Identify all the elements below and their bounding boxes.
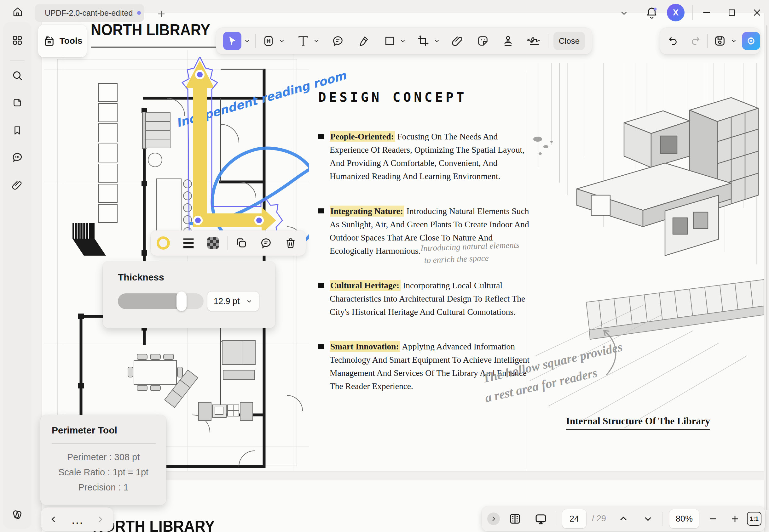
grid-icon [11,34,23,46]
thickness-slider[interactable] [118,293,204,309]
heading-tool-dropdown[interactable] [277,36,286,46]
plus-icon [730,514,740,524]
save-dropdown[interactable] [729,36,738,46]
opacity-button[interactable] [206,236,220,250]
close-window-button[interactable] [749,6,765,20]
perimeter-measure-annotation[interactable] [176,57,290,246]
page-title-underline [91,47,225,48]
zoom-out-button[interactable] [706,512,720,526]
note-nature-line2[interactable]: to enrich the space [424,253,489,265]
crop-tool-dropdown[interactable] [432,36,441,46]
chevron-down-icon [433,37,440,44]
opacity-checker-icon [207,236,220,250]
ratio-label: 1:1 [750,515,758,522]
zoom-level-box[interactable]: 80% [669,509,699,528]
sticker-tool[interactable] [475,33,490,48]
redo-button[interactable] [688,34,703,48]
maximize-button[interactable] [724,6,740,20]
heading-tool[interactable] [261,33,276,48]
previous-page-button[interactable] [617,512,630,526]
selection-toolbar-divider [227,236,228,250]
bullet-marker [318,344,324,349]
chevron-down-icon [643,514,653,524]
close-icon [752,8,762,18]
zoom-in-button[interactable] [728,512,742,526]
collapse-bar-button[interactable] [487,512,500,525]
delete-button[interactable] [284,236,298,250]
comment-tool[interactable] [330,33,345,48]
color-swatch-button[interactable] [156,236,170,250]
select-tool[interactable] [223,32,242,50]
shape-tool-dropdown[interactable] [398,36,407,46]
bullet-people-oriented: People-Oriented: Focusing On The Needs A… [330,130,531,183]
page-layout-button[interactable] [507,511,522,526]
sidebar-item-comments[interactable] [11,151,24,164]
crop-tool[interactable] [415,33,430,48]
notifications-button[interactable] [643,4,661,21]
statusbar-divider [555,512,555,526]
select-tool-dropdown[interactable] [243,36,252,46]
thickness-popover: Thickness 12.9 pt [103,261,276,328]
copy-icon [235,237,248,249]
comment-button[interactable] [259,236,273,250]
sidebar-item-swatches[interactable] [11,508,24,521]
sidebar-item-thumbnails[interactable] [11,96,24,109]
bullet-term-highlight: Integrating Nature: [330,206,404,217]
perimeter-row-perimeter: Perimeter : 308 pt [40,452,166,462]
chevron-right-icon [96,515,105,524]
thickness-slider-thumb[interactable] [176,291,186,311]
unsaved-dot [137,11,141,15]
pager-more-button[interactable]: … [68,512,86,527]
pen-tool[interactable] [356,33,371,48]
paperclip-icon [12,179,23,191]
save-button[interactable] [712,33,727,48]
illustration-caption: Internal Structure Of The Library [566,416,710,430]
paperclip-icon [451,35,464,47]
document-tab[interactable]: UPDF-2.0-cant-be-edited [35,4,144,22]
perimeter-title: Perimeter Tool [52,425,117,436]
duplicate-button[interactable] [235,236,248,250]
shape-tool[interactable] [382,33,397,48]
account-avatar[interactable]: X [667,4,685,21]
updf-window: NORTH LIBRARY DESIGN CONCEPT People-Orie… [0,0,769,532]
undo-icon [667,35,679,47]
text-tool-dropdown[interactable] [312,36,321,46]
home-button[interactable] [8,3,27,21]
tools-button[interactable]: Tools [38,25,87,57]
minus-icon [708,514,718,524]
sidebar-item-search[interactable] [11,69,24,82]
perimeter-tool-panel: Perimeter Tool Perimeter : 308 pt Scale … [40,415,166,505]
sticker-icon [476,35,489,47]
actual-size-button[interactable]: 1:1 [747,512,761,526]
quick-pager: … [41,507,113,531]
window-dropdown[interactable] [617,7,631,20]
bullet-marker [318,134,324,139]
bullet-term-highlight: People-Oriented: [330,131,395,142]
sidebar-item-bookmarks[interactable] [11,124,24,137]
stamp-tool[interactable] [500,33,515,48]
perimeter-divider [52,443,156,444]
page-number-box[interactable] [562,509,586,528]
sidebar-item-pages[interactable] [11,34,24,47]
pager-back-button[interactable] [47,513,60,526]
close-tools-button[interactable]: Close [553,32,585,50]
sidebar-item-attachments[interactable] [11,179,24,191]
signature-tool[interactable] [524,33,542,48]
page-number-input[interactable] [562,509,586,529]
thickness-button[interactable] [181,236,196,250]
note-arrow[interactable] [590,321,627,381]
chevron-down-icon [399,37,406,44]
ai-assistant-button[interactable] [742,32,760,50]
design-concept-heading: DESIGN CONCEPT [318,90,467,105]
thickness-value-dropdown[interactable]: 12.9 pt [208,291,259,311]
text-tool[interactable] [296,33,311,48]
attachment-tool[interactable] [450,33,465,48]
pager-forward-button[interactable] [94,513,106,526]
presentation-button[interactable] [533,511,548,526]
next-page-button[interactable] [641,512,655,526]
new-tab-button[interactable] [155,8,168,20]
minimize-button[interactable] [698,6,715,20]
scrollbar[interactable] [766,25,767,510]
page-icon [12,97,23,108]
undo-button[interactable] [666,34,680,48]
